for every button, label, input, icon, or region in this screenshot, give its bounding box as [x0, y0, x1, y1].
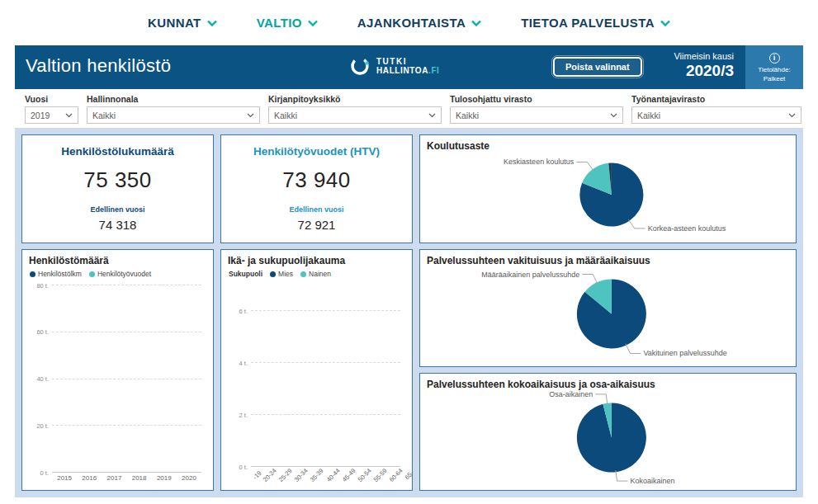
kpi-value: 73 940 — [228, 167, 405, 193]
bar-groups — [251, 285, 400, 467]
y-tick-label: 20 t. — [29, 422, 49, 430]
kpi-title: Henkilötyövuodet (HTV) — [228, 145, 405, 158]
callout-line — [628, 219, 645, 228]
latest-period-value: 2020/3 — [674, 62, 734, 80]
chevron-down-icon — [308, 20, 318, 26]
pie-chart-svg: Vakituinen palvelussuhdeMääräaikainen pa… — [427, 266, 789, 361]
source-value: Palkeet — [764, 75, 786, 82]
top-navigation: KUNNAT VALTIO AJANKOHTAISTA TIETOA PALVE… — [0, 0, 818, 45]
chart-title: Henkilöstömäärä — [29, 255, 206, 266]
y-tick-label: 0 t. — [29, 469, 49, 477]
clear-selections-button[interactable]: Poista valinnat — [553, 57, 642, 77]
callout-line — [595, 394, 608, 405]
filter-label: Työnantajavirasto — [631, 94, 801, 104]
y-tick-label: 6 t. — [228, 308, 248, 315]
latest-period: Viimeisin kausi 2020/3 — [674, 51, 734, 80]
vuosi-dropdown[interactable]: 2019 — [25, 106, 78, 124]
nav-item-ajankohtaista[interactable]: AJANKOHTAISTA — [357, 16, 481, 30]
pie-chart-svg: Korkea-asteen koulutusKeskiasteen koulut… — [427, 152, 789, 238]
chart-card-ika-sukupuoli: Ikä- ja sukupuolijakauma Sukupuoli Mies … — [220, 249, 413, 491]
chart-legend: Sukupuoli Mies Nainen — [229, 269, 405, 279]
x-axis-label: 2017 — [107, 474, 122, 482]
tutkihallintoa-logo[interactable]: TUTKI HALLINTOA.FI — [349, 55, 439, 77]
callout-line — [576, 162, 593, 170]
legend-dot — [30, 271, 35, 277]
chart-title: Palvelussuhteen vakituisuus ja määräaika… — [427, 255, 789, 266]
page-title: Valtion henkilöstö — [26, 55, 171, 77]
source-label: Tietolähde: — [758, 66, 790, 73]
filter-tyonantajavirasto: Työnantajavirasto Kaikki — [631, 94, 801, 128]
filter-label: Kirjanpitoyksikkö — [268, 94, 442, 104]
legend-label: Mies — [278, 270, 293, 278]
kpi-value: 75 350 — [29, 167, 206, 193]
y-tick-label: 2 t. — [228, 412, 248, 419]
x-axis-label: 2015 — [57, 474, 72, 482]
bar-chart-henkilostomaara[interactable]: 0 t.20 t.40 t.60 t.80 t.2015201620172018… — [29, 279, 206, 485]
kpi-previous-value: 72 921 — [228, 218, 405, 232]
legend-dot — [300, 271, 306, 277]
hallinnonala-dropdown[interactable]: Kaikki — [87, 106, 260, 124]
logo-icon — [349, 55, 371, 77]
plot-area: 0 t.20 t.40 t.60 t.80 t. — [52, 285, 201, 473]
pie-card-kokoaikaisuus: Palvelussuhteen kokoaikaisuus ja osa-aik… — [419, 373, 797, 491]
tyonantajavirasto-dropdown[interactable]: Kaikki — [631, 106, 801, 124]
chart-title: Koulutusaste — [427, 140, 789, 152]
pie-slice-label: Vakituinen palvelussuhde — [643, 349, 726, 357]
filter-kirjanpitoyksikko: Kirjanpitoyksikkö Kaikki — [268, 94, 442, 128]
x-axis-label: 65- — [403, 469, 414, 481]
legend-label: Henkilötyövuodet — [97, 270, 151, 278]
kpi-title: Henkilöstölukumäärä — [29, 145, 206, 158]
nav-label: TIETOA PALVELUSTA — [521, 16, 655, 30]
x-axis: -1920-2425-2930-3435-3940-4445-4950-5455… — [251, 469, 400, 485]
pie-chart-koulutusaste[interactable]: Korkea-asteen koulutusKeskiasteen koulut… — [427, 152, 789, 238]
pie-slice-label: Korkea-asteen koulutus — [648, 224, 726, 233]
info-icon[interactable]: i — [769, 53, 780, 64]
chevron-down-icon — [788, 113, 796, 118]
kpi-card-henkilostolukumaara[interactable]: Henkilöstölukumäärä 75 350 Edellinen vuo… — [21, 134, 214, 243]
chevron-down-icon — [428, 113, 436, 118]
nav-item-tietoa-palvelusta[interactable]: TIETOA PALVELUSTA — [521, 16, 670, 30]
y-tick-label: 60 t. — [29, 328, 49, 336]
chart-card-henkilostomaara: Henkilöstömäärä Henkilöstölkm Henkilötyö… — [21, 249, 214, 491]
logo-line1: TUTKI — [376, 57, 439, 67]
pie-slice-label: Osa-aikainen — [549, 390, 593, 398]
nav-item-valtio[interactable]: VALTIO — [257, 16, 318, 30]
callout-line — [616, 470, 628, 481]
kpi-previous-label: Edellinen vuosi — [228, 205, 405, 214]
y-tick-label: 40 t. — [29, 375, 49, 383]
tulosohjattu-virasto-dropdown[interactable]: Kaikki — [450, 106, 623, 124]
dashboard: Valtion henkilöstö TUTKI HALLINTOA.FI Po… — [15, 45, 803, 497]
nav-item-kunnat[interactable]: KUNNAT — [148, 16, 217, 30]
legend-label: Nainen — [309, 270, 331, 278]
pie-chart-kokoaikaisuus[interactable]: KokoaikainenOsa-aikainen — [427, 390, 789, 485]
legend-dot — [270, 271, 276, 277]
kpi-previous-value: 74 318 — [29, 218, 206, 232]
x-axis-label: 2020 — [182, 474, 196, 482]
nav-label: AJANKOHTAISTA — [357, 16, 466, 30]
chevron-down-icon — [207, 20, 217, 26]
latest-period-label: Viimeisin kausi — [674, 51, 734, 61]
data-source-panel: i Tietolähde: Palkeet — [745, 45, 803, 89]
callout-line — [582, 275, 598, 285]
pie-slice-label: Keskiasteen koulutus — [504, 158, 574, 166]
chevron-down-icon — [247, 113, 254, 118]
bar-groups — [52, 285, 201, 473]
filter-label: Hallinnonala — [87, 94, 260, 104]
bar-chart-ika-sukupuoli[interactable]: 0 t.2 t.4 t.6 t.-1920-2425-2930-3435-394… — [228, 279, 405, 485]
nav-label: KUNNAT — [148, 16, 201, 30]
filter-vuosi: Vuosi 2019 — [25, 94, 78, 128]
logo-fi-suffix: .FI — [428, 66, 439, 75]
chevron-down-icon — [471, 20, 481, 26]
chart-title: Palvelussuhteen kokoaikaisuus ja osa-aik… — [427, 379, 789, 390]
chevron-down-icon — [65, 113, 73, 118]
pie-slice[interactable] — [577, 403, 646, 473]
dashboard-header: Valtion henkilöstö TUTKI HALLINTOA.FI Po… — [15, 45, 803, 89]
x-axis-label: 2019 — [157, 474, 172, 482]
pie-card-vakituisuus: Palvelussuhteen vakituisuus ja määräaika… — [419, 249, 797, 367]
filter-label: Vuosi — [25, 94, 78, 104]
kpi-card-henkilotyovuodet[interactable]: Henkilötyövuodet (HTV) 73 940 Edellinen … — [220, 134, 413, 243]
filter-tulosohjattu-virasto: Tulosohjattu virasto Kaikki — [450, 94, 623, 128]
pie-chart-vakituisuus[interactable]: Vakituinen palvelussuhdeMääräaikainen pa… — [427, 266, 789, 361]
filter-hallinnonala: Hallinnonala Kaikki — [87, 94, 260, 128]
kirjanpitoyksikko-dropdown[interactable]: Kaikki — [268, 106, 442, 124]
